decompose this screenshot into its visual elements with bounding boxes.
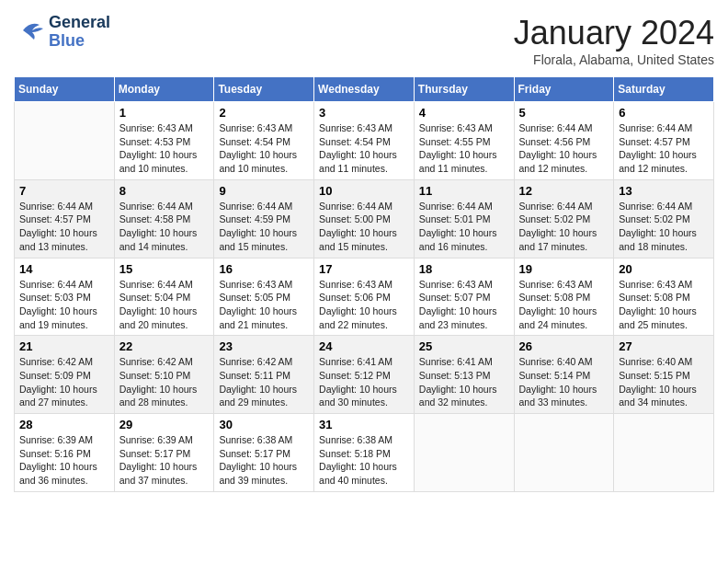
day-number: 30: [219, 418, 309, 431]
calendar-subtitle: Florala, Alabama, United States: [514, 52, 714, 67]
calendar-cell: 9Sunrise: 6:44 AM Sunset: 4:59 PM Daylig…: [214, 179, 314, 258]
day-number: 14: [19, 262, 109, 276]
day-info: Sunrise: 6:40 AM Sunset: 5:15 PM Dayligh…: [619, 355, 709, 409]
day-info: Sunrise: 6:40 AM Sunset: 5:14 PM Dayligh…: [519, 355, 609, 409]
title-block: January 2024 Florala, Alabama, United St…: [514, 14, 714, 67]
calendar-cell: 18Sunrise: 6:43 AM Sunset: 5:07 PM Dayli…: [414, 258, 514, 336]
calendar-header-friday: Friday: [514, 77, 614, 102]
day-number: 18: [419, 262, 509, 276]
day-info: Sunrise: 6:43 AM Sunset: 4:54 PM Dayligh…: [219, 121, 309, 176]
day-info: Sunrise: 6:41 AM Sunset: 5:12 PM Dayligh…: [319, 355, 409, 409]
day-number: 17: [319, 262, 409, 276]
day-number: 7: [19, 184, 109, 198]
calendar-cell: 20Sunrise: 6:43 AM Sunset: 5:08 PM Dayli…: [614, 258, 714, 336]
logo-bird-icon: [14, 14, 47, 51]
day-info: Sunrise: 6:39 AM Sunset: 5:17 PM Dayligh…: [119, 433, 210, 488]
day-info: Sunrise: 6:43 AM Sunset: 5:07 PM Dayligh…: [419, 278, 509, 332]
day-number: 10: [319, 184, 409, 198]
day-info: Sunrise: 6:44 AM Sunset: 4:57 PM Dayligh…: [619, 121, 709, 176]
calendar-header-saturday: Saturday: [614, 77, 714, 102]
day-info: Sunrise: 6:44 AM Sunset: 5:00 PM Dayligh…: [319, 200, 409, 254]
day-number: 5: [519, 106, 609, 120]
day-number: 27: [619, 339, 709, 353]
day-number: 23: [219, 339, 309, 353]
day-number: 19: [519, 262, 609, 276]
day-number: 1: [119, 106, 210, 120]
calendar-cell: 8Sunrise: 6:44 AM Sunset: 4:58 PM Daylig…: [114, 179, 214, 258]
calendar-cell: [514, 414, 614, 492]
day-info: Sunrise: 6:44 AM Sunset: 5:02 PM Dayligh…: [619, 200, 709, 254]
day-number: 9: [219, 184, 309, 198]
day-number: 31: [319, 418, 409, 431]
logo-general: General: [49, 14, 110, 32]
day-number: 28: [19, 418, 109, 431]
day-number: 22: [119, 339, 210, 353]
day-number: 20: [619, 262, 709, 276]
day-info: Sunrise: 6:42 AM Sunset: 5:09 PM Dayligh…: [19, 355, 109, 409]
calendar-week-row: 7Sunrise: 6:44 AM Sunset: 4:57 PM Daylig…: [15, 179, 714, 258]
day-info: Sunrise: 6:44 AM Sunset: 4:59 PM Dayligh…: [219, 200, 309, 254]
calendar-cell: 13Sunrise: 6:44 AM Sunset: 5:02 PM Dayli…: [614, 179, 714, 258]
calendar-cell: 25Sunrise: 6:41 AM Sunset: 5:13 PM Dayli…: [414, 336, 514, 414]
calendar-cell: 10Sunrise: 6:44 AM Sunset: 5:00 PM Dayli…: [314, 179, 415, 258]
day-info: Sunrise: 6:43 AM Sunset: 4:54 PM Dayligh…: [319, 121, 409, 176]
page-header: General Blue January 2024 Florala, Alaba…: [14, 14, 714, 67]
day-number: 6: [619, 106, 709, 120]
calendar-cell: 7Sunrise: 6:44 AM Sunset: 4:57 PM Daylig…: [15, 179, 115, 258]
calendar-cell: 30Sunrise: 6:38 AM Sunset: 5:17 PM Dayli…: [214, 414, 314, 492]
logo-text: General Blue: [49, 14, 110, 51]
calendar-cell: 19Sunrise: 6:43 AM Sunset: 5:08 PM Dayli…: [514, 258, 614, 336]
calendar-cell: 1Sunrise: 6:43 AM Sunset: 4:53 PM Daylig…: [114, 102, 214, 180]
day-number: 26: [519, 339, 609, 353]
calendar-cell: 27Sunrise: 6:40 AM Sunset: 5:15 PM Dayli…: [614, 336, 714, 414]
day-info: Sunrise: 6:44 AM Sunset: 5:01 PM Dayligh…: [419, 200, 509, 254]
day-info: Sunrise: 6:43 AM Sunset: 5:08 PM Dayligh…: [519, 278, 609, 332]
calendar-cell: 31Sunrise: 6:38 AM Sunset: 5:18 PM Dayli…: [314, 414, 415, 492]
day-info: Sunrise: 6:43 AM Sunset: 5:06 PM Dayligh…: [319, 278, 409, 332]
day-info: Sunrise: 6:41 AM Sunset: 5:13 PM Dayligh…: [419, 355, 509, 409]
calendar-cell: 6Sunrise: 6:44 AM Sunset: 4:57 PM Daylig…: [614, 102, 714, 180]
calendar-title: January 2024: [514, 14, 714, 52]
day-info: Sunrise: 6:44 AM Sunset: 5:04 PM Dayligh…: [119, 278, 210, 332]
logo: General Blue: [14, 14, 110, 51]
calendar-header-thursday: Thursday: [414, 77, 514, 102]
day-number: 29: [119, 418, 210, 431]
day-info: Sunrise: 6:42 AM Sunset: 5:11 PM Dayligh…: [219, 355, 309, 409]
day-info: Sunrise: 6:43 AM Sunset: 4:55 PM Dayligh…: [419, 121, 509, 176]
day-number: 8: [119, 184, 210, 198]
day-number: 11: [419, 184, 509, 198]
day-number: 2: [219, 106, 309, 120]
day-number: 15: [119, 262, 210, 276]
day-number: 4: [419, 106, 509, 120]
day-number: 13: [619, 184, 709, 198]
calendar-header-row: SundayMondayTuesdayWednesdayThursdayFrid…: [15, 77, 714, 102]
day-info: Sunrise: 6:44 AM Sunset: 4:58 PM Dayligh…: [119, 200, 210, 254]
day-info: Sunrise: 6:38 AM Sunset: 5:17 PM Dayligh…: [219, 433, 309, 488]
day-number: 25: [419, 339, 509, 353]
day-info: Sunrise: 6:38 AM Sunset: 5:18 PM Dayligh…: [319, 433, 409, 488]
day-number: 16: [219, 262, 309, 276]
calendar-week-row: 21Sunrise: 6:42 AM Sunset: 5:09 PM Dayli…: [15, 336, 714, 414]
day-number: 12: [519, 184, 609, 198]
day-info: Sunrise: 6:44 AM Sunset: 4:57 PM Dayligh…: [19, 200, 109, 254]
calendar-cell: 26Sunrise: 6:40 AM Sunset: 5:14 PM Dayli…: [514, 336, 614, 414]
calendar-cell: [614, 414, 714, 492]
calendar-cell: [414, 414, 514, 492]
day-info: Sunrise: 6:44 AM Sunset: 4:56 PM Dayligh…: [519, 121, 609, 176]
calendar-cell: 5Sunrise: 6:44 AM Sunset: 4:56 PM Daylig…: [514, 102, 614, 180]
day-info: Sunrise: 6:39 AM Sunset: 5:16 PM Dayligh…: [19, 433, 109, 488]
calendar-week-row: 28Sunrise: 6:39 AM Sunset: 5:16 PM Dayli…: [15, 414, 714, 492]
calendar-cell: 16Sunrise: 6:43 AM Sunset: 5:05 PM Dayli…: [214, 258, 314, 336]
day-info: Sunrise: 6:43 AM Sunset: 5:05 PM Dayligh…: [219, 278, 309, 332]
calendar-table: SundayMondayTuesdayWednesdayThursdayFrid…: [14, 76, 714, 492]
calendar-cell: 3Sunrise: 6:43 AM Sunset: 4:54 PM Daylig…: [314, 102, 415, 180]
calendar-cell: 24Sunrise: 6:41 AM Sunset: 5:12 PM Dayli…: [314, 336, 415, 414]
calendar-header-sunday: Sunday: [15, 77, 115, 102]
calendar-cell: 2Sunrise: 6:43 AM Sunset: 4:54 PM Daylig…: [214, 102, 314, 180]
calendar-cell: 4Sunrise: 6:43 AM Sunset: 4:55 PM Daylig…: [414, 102, 514, 180]
day-info: Sunrise: 6:42 AM Sunset: 5:10 PM Dayligh…: [119, 355, 210, 409]
day-info: Sunrise: 6:43 AM Sunset: 5:08 PM Dayligh…: [619, 278, 709, 332]
day-number: 24: [319, 339, 409, 353]
calendar-cell: 29Sunrise: 6:39 AM Sunset: 5:17 PM Dayli…: [114, 414, 214, 492]
calendar-cell: 21Sunrise: 6:42 AM Sunset: 5:09 PM Dayli…: [15, 336, 115, 414]
